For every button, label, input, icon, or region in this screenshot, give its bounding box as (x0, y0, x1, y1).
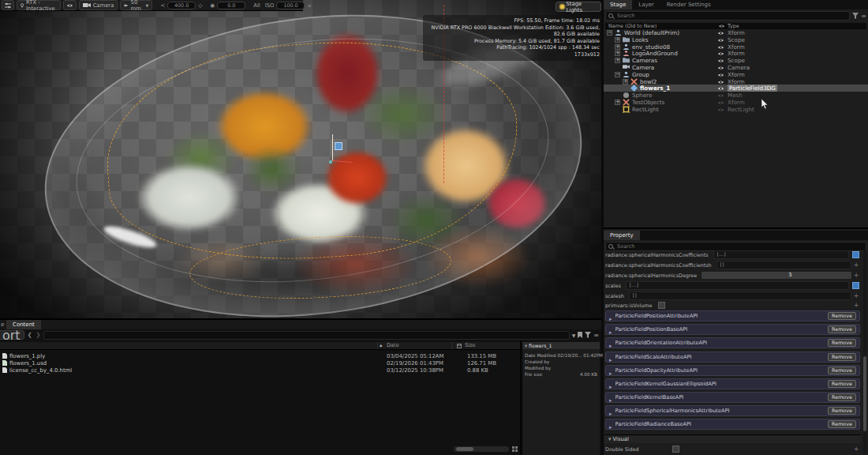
tab-property[interactable]: Property (604, 231, 640, 240)
type-column-header[interactable]: Type (728, 23, 739, 29)
expander-icon[interactable] (607, 30, 612, 36)
date-column-header[interactable]: Date (387, 342, 399, 349)
column-divider[interactable] (451, 342, 452, 349)
tree-row-sphere[interactable]: Sphere Mesh (604, 92, 868, 99)
back-icon[interactable]: ❮ (27, 332, 33, 338)
gizmo-axis-x[interactable] (332, 160, 353, 163)
is-volume-checkbox[interactable] (658, 302, 665, 309)
api-section-label: ParticleFieldOpacityAttributeAPI (615, 367, 829, 374)
gizmo-plane-handle[interactable] (335, 142, 342, 150)
size-column-header[interactable]: Size (465, 342, 476, 349)
api-section-kernel-gaussian[interactable]: ParticleFieldKernelGaussianEllipsoidAPI … (605, 378, 860, 389)
api-section-radiance-base[interactable]: ParticleFieldRadianceBaseAPI Remove (605, 419, 860, 430)
file-row-ply[interactable]: flowers_1.ply 03/04/2025 05:12AM 133.15 … (0, 352, 521, 359)
double-sided-checkbox[interactable] (672, 446, 679, 453)
search-icon (608, 244, 613, 249)
add-icon[interactable]: + (853, 292, 859, 299)
expander-icon[interactable] (615, 51, 620, 56)
gizmo-origin[interactable] (329, 160, 332, 164)
import-button-clipped[interactable]: ort (0, 330, 24, 340)
degree-slider[interactable]: 3 (702, 272, 851, 279)
visual-section-header[interactable]: Visual (604, 434, 861, 443)
transform-gizmo[interactable] (314, 134, 361, 170)
array-edit-checkbox[interactable] (852, 282, 859, 289)
tree-row-logo-ground[interactable]: LogoAndGround Xform (604, 50, 868, 57)
tree-row-flowers-selected[interactable]: flowers_1 ParticleField3DG (604, 85, 868, 92)
expander-icon[interactable] (623, 79, 628, 85)
stage-options-icon[interactable]: ≡ (861, 13, 866, 20)
api-section-position-attribute[interactable]: ParticleFieldPositionAttributeAPI Remove (605, 310, 860, 322)
collapsed-arrow-icon[interactable] (609, 336, 615, 351)
array-value-field[interactable]: [...] (713, 250, 849, 259)
remove-button[interactable]: Remove (828, 367, 856, 374)
remove-button[interactable]: Remove (828, 312, 856, 320)
thumbnail-grid-icon[interactable] (512, 446, 518, 452)
forward-icon[interactable]: ❯ (36, 332, 42, 338)
scrollbar-thumb[interactable] (456, 447, 473, 451)
tree-row-test-objects[interactable]: TestObjects Xform (604, 99, 868, 106)
name-column-header[interactable]: Name (Old to New) (605, 23, 657, 29)
column-divider[interactable] (377, 342, 378, 349)
array-edit-checkbox[interactable] (852, 251, 859, 258)
tree-row-group[interactable]: Group Xform (604, 71, 868, 78)
tree-row-camera[interactable]: Camera Camera (604, 64, 868, 71)
scrollbar-thumb[interactable] (863, 356, 866, 431)
tab-render-settings[interactable]: Render Settings (660, 0, 717, 9)
details-divider[interactable] (520, 340, 521, 455)
api-section-opacity-attribute[interactable]: ParticleFieldOpacityAttributeAPI Remove (605, 365, 860, 376)
visibility-eye-icon[interactable] (717, 107, 724, 114)
add-icon[interactable]: + (853, 261, 859, 269)
tree-row-world[interactable]: World (defaultPrim) Xform (604, 29, 868, 36)
expander-icon[interactable] (615, 58, 620, 63)
viewport-settings-button[interactable] (2, 0, 14, 10)
api-section-kernel-base[interactable]: ParticleFieldKernelBaseAPI Remove (605, 392, 860, 403)
property-search-input[interactable] (615, 243, 863, 250)
tab-layer[interactable]: Layer (632, 0, 660, 9)
stage-search-input[interactable] (615, 12, 847, 20)
add-icon[interactable]: + (853, 302, 859, 309)
api-section-orientation-attribute[interactable]: ParticleFieldOrientationAttributeAPI Rem… (605, 337, 860, 348)
array-value-field[interactable]: [...] (626, 281, 849, 290)
file-size: 126.71 MB (467, 360, 496, 367)
content-h-scrollbar[interactable] (454, 446, 509, 452)
filter-icon[interactable] (852, 13, 859, 19)
array-value-field[interactable]: [] (629, 291, 851, 300)
remove-button[interactable]: Remove (828, 353, 856, 361)
sort-ascending-icon[interactable]: ▴ (380, 342, 382, 349)
bookmark-icon[interactable] (578, 332, 582, 338)
tree-row-looks[interactable]: Looks Scope (604, 36, 868, 43)
remove-button[interactable]: Remove (828, 380, 856, 388)
expander-icon[interactable] (615, 72, 620, 77)
gizmo-axis-y[interactable] (332, 134, 333, 161)
collapsed-arrow-icon[interactable] (609, 417, 615, 432)
stage-lights-button[interactable]: Stage Lights (556, 2, 601, 12)
viewport[interactable]: RTX - Interactive Camera 50 mm ▼ ≺ 400.0… (0, 0, 601, 318)
remove-button[interactable]: Remove (828, 325, 856, 333)
remove-button[interactable]: Remove (828, 339, 856, 347)
list-view-icon[interactable]: ≡ (593, 332, 599, 339)
expander-icon[interactable] (615, 100, 620, 105)
stage-search-box[interactable] (605, 11, 850, 21)
api-section-spherical-harmonics[interactable]: ParticleFieldSphericalHarmonicsAttribute… (605, 405, 860, 416)
file-row-license[interactable]: license_cc_by_4.0.html 03/12/2025 10:38P… (0, 367, 521, 374)
remove-button[interactable]: Remove (828, 420, 856, 428)
file-row-usd[interactable]: flowers_1.usd 02/19/2026 01:43PM 126.71 … (0, 359, 521, 367)
tree-row-rect-light[interactable]: RectLight RectLight (604, 106, 868, 113)
path-breadcrumb-bar[interactable] (43, 331, 569, 340)
chevron-down-icon[interactable]: ▼ (572, 333, 576, 338)
api-section-position-base[interactable]: ParticleFieldPositionBaseAPI Remove (605, 324, 860, 335)
details-header[interactable]: flowers_1 (522, 342, 600, 349)
remove-button[interactable]: Remove (828, 407, 856, 415)
filter-icon[interactable] (585, 332, 591, 338)
tab-stage[interactable]: Stage (604, 0, 632, 9)
add-icon[interactable]: + (853, 272, 859, 279)
add-icon[interactable]: + (853, 446, 859, 453)
expander-icon[interactable] (615, 44, 620, 50)
remove-button[interactable]: Remove (828, 393, 856, 401)
expander-icon[interactable] (615, 37, 620, 43)
array-value-field[interactable]: [] (716, 261, 851, 269)
tree-row-cameras[interactable]: Cameras Scope (604, 57, 868, 64)
api-section-scale-attribute[interactable]: ParticleFieldScaleAttributeAPI Remove (605, 352, 860, 363)
prim-name: flowers_1 (640, 85, 670, 92)
property-scrollbar[interactable] (863, 250, 866, 453)
